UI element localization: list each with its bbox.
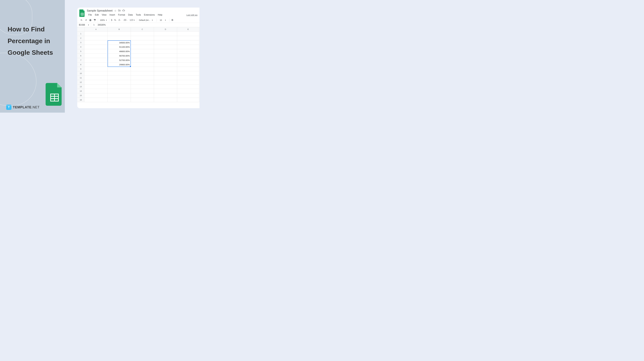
cell[interactable] — [131, 58, 154, 62]
row-header[interactable]: 13 — [77, 84, 84, 89]
cell[interactable] — [84, 71, 108, 76]
menu-tools[interactable]: Tools — [134, 13, 142, 17]
cell[interactable] — [154, 31, 177, 36]
row-header[interactable]: 1 — [77, 31, 84, 36]
cell[interactable] — [177, 58, 199, 62]
move-folder-icon[interactable] — [118, 9, 120, 12]
cell[interactable] — [154, 84, 177, 89]
cell[interactable] — [108, 89, 131, 93]
name-box[interactable]: B3:B8▼ — [77, 23, 91, 27]
cell[interactable] — [177, 80, 199, 84]
cell[interactable] — [108, 98, 131, 102]
cell[interactable] — [108, 36, 131, 40]
cell[interactable] — [177, 36, 199, 40]
row-header[interactable]: 16 — [77, 98, 84, 102]
menu-file[interactable]: File — [87, 13, 94, 17]
cell[interactable] — [108, 71, 131, 76]
cell[interactable] — [154, 67, 177, 71]
row-header[interactable]: 7 — [77, 58, 84, 62]
cell[interactable] — [131, 80, 154, 84]
cell-b6[interactable]: 56700.00% — [108, 54, 131, 58]
cell[interactable] — [177, 62, 199, 67]
cell[interactable] — [84, 76, 108, 80]
cell[interactable] — [154, 58, 177, 62]
menu-data[interactable]: Data — [126, 13, 134, 17]
cell[interactable] — [154, 45, 177, 49]
cell[interactable] — [131, 89, 154, 93]
col-header-d[interactable]: D — [154, 27, 177, 31]
cell-b3[interactable]: 34500.00% — [108, 40, 131, 45]
row-header[interactable]: 5 — [77, 49, 84, 54]
cell-b8[interactable]: 29900.00% — [108, 62, 131, 67]
cloud-status-icon[interactable] — [122, 9, 125, 12]
cell[interactable] — [177, 45, 199, 49]
print-icon[interactable] — [88, 18, 92, 22]
col-header-b[interactable]: B — [108, 27, 131, 31]
cell[interactable] — [84, 54, 108, 58]
cell[interactable] — [131, 62, 154, 67]
cell[interactable] — [131, 98, 154, 102]
row-header[interactable]: 3 — [77, 40, 84, 45]
cell[interactable] — [177, 54, 199, 58]
decrease-decimal-button[interactable]: .0← — [117, 18, 122, 22]
cell[interactable] — [154, 89, 177, 93]
cell[interactable] — [177, 40, 199, 45]
cell[interactable] — [154, 71, 177, 76]
spreadsheet-grid[interactable]: A B C D E 1 2 3 34500.00% 4 91100.00% 5 … — [77, 27, 200, 102]
cell[interactable] — [177, 98, 199, 102]
cell[interactable] — [131, 49, 154, 54]
cell-b4[interactable]: 91100.00% — [108, 45, 131, 49]
font-size-selector[interactable]: 10▼ — [158, 19, 168, 21]
cell[interactable] — [84, 80, 108, 84]
select-all-corner[interactable] — [77, 27, 84, 31]
cell[interactable] — [84, 31, 108, 36]
cell[interactable] — [154, 93, 177, 98]
row-header[interactable]: 8 — [77, 62, 84, 67]
row-header[interactable]: 11 — [77, 76, 84, 80]
bold-button[interactable]: B — [170, 19, 175, 21]
cell[interactable] — [154, 98, 177, 102]
increase-decimal-button[interactable]: .00→ — [122, 18, 128, 22]
cell[interactable] — [131, 45, 154, 49]
cell[interactable] — [108, 31, 131, 36]
font-selector[interactable]: Default (Ari...▼ — [138, 19, 156, 21]
zoom-selector[interactable]: 100%▼ — [99, 19, 108, 21]
menu-insert[interactable]: Insert — [108, 13, 116, 17]
doc-title[interactable]: Sample Spreadsheet — [87, 9, 112, 12]
cell[interactable] — [84, 58, 108, 62]
cell[interactable] — [177, 84, 199, 89]
col-header-a[interactable]: A — [84, 27, 108, 31]
row-header[interactable]: 14 — [77, 89, 84, 93]
cell[interactable] — [131, 67, 154, 71]
row-header[interactable]: 12 — [77, 80, 84, 84]
cell[interactable] — [84, 67, 108, 71]
paint-format-icon[interactable] — [92, 18, 97, 22]
cell[interactable] — [84, 49, 108, 54]
cell[interactable] — [108, 76, 131, 80]
cell[interactable] — [84, 89, 108, 93]
cell[interactable] — [84, 40, 108, 45]
cell[interactable] — [108, 67, 131, 71]
row-header[interactable]: 6 — [77, 54, 84, 58]
cell[interactable] — [154, 80, 177, 84]
cell-b5[interactable]: 46600.00% — [108, 49, 131, 54]
cell[interactable] — [108, 80, 131, 84]
menu-help[interactable]: Help — [156, 13, 164, 17]
undo-icon[interactable] — [79, 18, 84, 22]
cell[interactable] — [131, 54, 154, 58]
cell[interactable] — [154, 36, 177, 40]
last-edit-link[interactable]: Last edit wa — [186, 14, 198, 16]
row-header[interactable]: 2 — [77, 36, 84, 40]
cell[interactable] — [177, 93, 199, 98]
cell[interactable] — [84, 84, 108, 89]
sheets-app-icon[interactable] — [79, 9, 85, 17]
cell[interactable] — [108, 93, 131, 98]
menu-edit[interactable]: Edit — [94, 13, 100, 17]
cell[interactable] — [154, 49, 177, 54]
cell[interactable] — [84, 62, 108, 67]
cell[interactable] — [108, 84, 131, 89]
cell[interactable] — [177, 31, 199, 36]
formula-input[interactable]: 34500% — [97, 23, 106, 27]
cell[interactable] — [177, 76, 199, 80]
star-icon[interactable]: ☆ — [114, 9, 116, 12]
